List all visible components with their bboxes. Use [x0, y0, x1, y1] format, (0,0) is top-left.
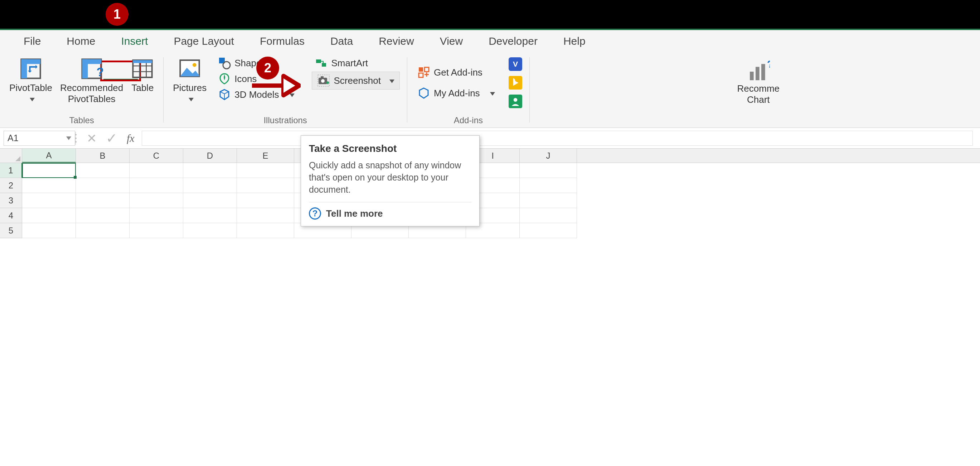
smartart-icon: [315, 57, 328, 70]
pivottable-button[interactable]: PivotTable: [7, 56, 54, 106]
shapes-button[interactable]: Shapes: [215, 56, 298, 70]
cell[interactable]: [237, 193, 294, 208]
select-all-corner[interactable]: [0, 148, 22, 163]
row-header[interactable]: 2: [0, 178, 22, 193]
group-tables: PivotTable ? Recommended PivotTables Tab…: [5, 52, 158, 128]
column-header[interactable]: A: [22, 148, 76, 163]
cell[interactable]: [76, 193, 130, 208]
cell[interactable]: [237, 163, 294, 178]
tab-formulas[interactable]: Formulas: [247, 32, 318, 51]
cell[interactable]: [183, 223, 237, 238]
insert-function-button[interactable]: fx: [127, 132, 135, 144]
svg-point-14: [192, 63, 197, 67]
addin-tile-people-icon[interactable]: [509, 94, 522, 108]
screenshot-button[interactable]: Screenshot: [312, 72, 400, 89]
svg-point-30: [513, 98, 517, 102]
svg-rect-24: [425, 67, 429, 72]
group-separator: [407, 57, 407, 123]
screenshot-label: Screenshot: [334, 75, 381, 86]
cell[interactable]: [130, 193, 183, 208]
enter-formula-icon[interactable]: ✓: [106, 130, 118, 146]
icons-icon: [218, 72, 231, 85]
row-header[interactable]: 1: [0, 163, 22, 178]
cell[interactable]: [520, 223, 577, 238]
cell[interactable]: [237, 208, 294, 223]
tooltip-body: Quickly add a snapshot of any window tha…: [309, 160, 471, 196]
icons-button[interactable]: Icons: [215, 72, 298, 86]
recommended-charts-button[interactable]: ? Recomme Chart: [735, 58, 782, 107]
svg-rect-31: [750, 72, 754, 80]
tab-file[interactable]: File: [11, 32, 54, 51]
grid-row: 1: [0, 163, 980, 178]
cell[interactable]: [130, 208, 183, 223]
help-icon: ?: [309, 207, 321, 220]
cell[interactable]: [76, 208, 130, 223]
column-header[interactable]: C: [130, 148, 183, 163]
row-header[interactable]: 5: [0, 223, 22, 238]
recommended-charts-icon: ?: [747, 60, 770, 83]
formula-input[interactable]: [142, 131, 973, 146]
titlebar-blackout: [0, 0, 980, 29]
tab-insert[interactable]: Insert: [108, 32, 161, 51]
column-header[interactable]: D: [183, 148, 237, 163]
cell[interactable]: [130, 163, 183, 178]
tab-developer[interactable]: Developer: [476, 32, 550, 51]
cell[interactable]: [183, 208, 237, 223]
get-addins-button[interactable]: Get Add-ins: [414, 65, 498, 80]
cancel-formula-icon[interactable]: ✕: [87, 131, 97, 145]
addin-tile-bing-icon[interactable]: [509, 76, 522, 89]
cell[interactable]: [520, 178, 577, 193]
group-charts: ? Recomme Chart: [535, 52, 980, 128]
my-addins-button[interactable]: My Add-ins: [414, 86, 498, 100]
cell[interactable]: [237, 178, 294, 193]
name-box-dropdown-icon: [66, 136, 71, 140]
cell[interactable]: [520, 193, 577, 208]
pivottable-label: PivotTable: [9, 82, 52, 94]
tab-page-layout[interactable]: Page Layout: [161, 32, 247, 51]
row-header[interactable]: 3: [0, 193, 22, 208]
cell[interactable]: [130, 178, 183, 193]
group-separator: [163, 57, 164, 123]
cell[interactable]: [237, 223, 294, 238]
cell[interactable]: [22, 223, 76, 238]
tell-me-more-link[interactable]: ? Tell me more: [309, 207, 471, 220]
column-header[interactable]: B: [76, 148, 130, 163]
cell[interactable]: [130, 223, 183, 238]
name-box[interactable]: A1: [3, 131, 75, 146]
cell[interactable]: [76, 178, 130, 193]
tab-view[interactable]: View: [427, 32, 476, 51]
cell[interactable]: [22, 208, 76, 223]
get-addins-label: Get Add-ins: [434, 67, 482, 78]
3d-models-button[interactable]: 3D Models: [215, 88, 298, 102]
group-addins-label: Add-ins: [454, 115, 483, 126]
cell[interactable]: [183, 178, 237, 193]
3d-models-dropdown-icon: [287, 89, 294, 100]
cell[interactable]: [22, 163, 76, 178]
pictures-button[interactable]: Pictures: [171, 56, 209, 106]
table-label: Table: [131, 82, 154, 94]
addin-tile-visio-icon[interactable]: V: [509, 57, 522, 71]
cell[interactable]: [520, 208, 577, 223]
screenshot-tooltip: Take a Screenshot Quickly add a snapshot…: [301, 136, 480, 227]
tab-review[interactable]: Review: [366, 32, 426, 51]
cell[interactable]: [76, 223, 130, 238]
group-tables-label: Tables: [69, 115, 94, 126]
cell[interactable]: [76, 163, 130, 178]
3d-models-icon: [218, 88, 231, 101]
table-button[interactable]: Table: [129, 56, 156, 95]
group-addins: Get Add-ins My Add-ins V: [412, 52, 524, 128]
column-header[interactable]: J: [520, 148, 577, 163]
recommended-pivottables-button[interactable]: ? Recommended PivotTables: [58, 56, 125, 106]
tab-help[interactable]: Help: [550, 32, 598, 51]
cell[interactable]: [520, 163, 577, 178]
smartart-button[interactable]: SmartArt: [312, 56, 400, 70]
cell[interactable]: [22, 178, 76, 193]
tab-home[interactable]: Home: [54, 32, 108, 51]
cell[interactable]: [183, 163, 237, 178]
cell[interactable]: [22, 193, 76, 208]
row-header[interactable]: 4: [0, 208, 22, 223]
svg-rect-32: [756, 67, 759, 80]
tab-data[interactable]: Data: [318, 32, 366, 51]
column-header[interactable]: E: [237, 148, 294, 163]
cell[interactable]: [183, 193, 237, 208]
